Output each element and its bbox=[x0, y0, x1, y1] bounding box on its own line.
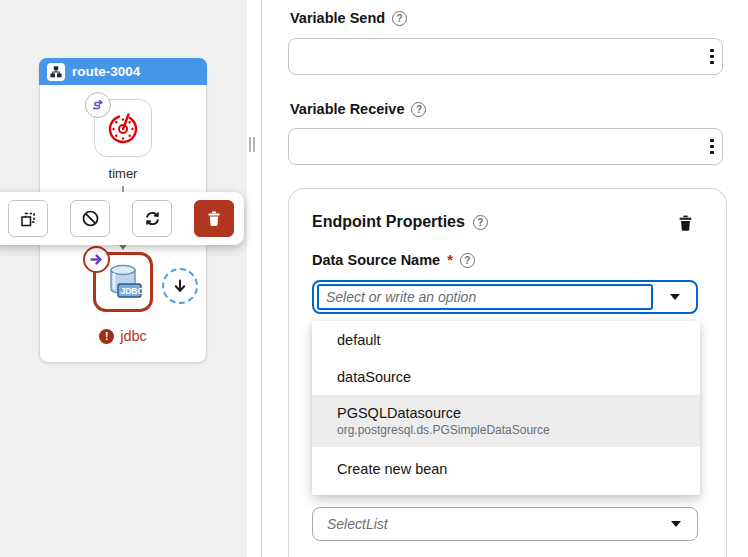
panel-resize-handle[interactable] bbox=[249, 137, 255, 152]
variable-send-input[interactable] bbox=[288, 38, 723, 75]
ban-icon bbox=[81, 209, 100, 228]
select-list-toggle-button[interactable] bbox=[661, 509, 691, 539]
jdbc-icon: JDBC bbox=[102, 261, 144, 303]
timer-label: timer bbox=[94, 166, 152, 181]
chevron-down-icon bbox=[671, 521, 681, 527]
select-list-combobox bbox=[312, 507, 698, 541]
route-header[interactable]: route-3004 bbox=[39, 58, 207, 85]
option-default[interactable]: default bbox=[312, 321, 700, 358]
required-asterisk: * bbox=[447, 252, 453, 268]
chevron-down-icon bbox=[670, 294, 680, 300]
arrow-badge-icon bbox=[83, 246, 110, 273]
copy-button[interactable] bbox=[8, 200, 48, 237]
help-icon[interactable]: ? bbox=[473, 215, 488, 230]
node-toolbar bbox=[0, 192, 244, 245]
add-step-button[interactable] bbox=[162, 268, 198, 304]
trash-icon bbox=[677, 214, 694, 232]
data-source-input[interactable] bbox=[319, 286, 651, 308]
refresh-icon bbox=[143, 209, 162, 228]
flow-canvas: route-3004 bbox=[0, 0, 247, 557]
help-icon[interactable]: ? bbox=[460, 253, 475, 268]
app: route-3004 bbox=[0, 0, 748, 557]
select-list-input[interactable] bbox=[313, 508, 697, 540]
data-source-dropdown-menu: default dataSource PGSQLDatasource org.p… bbox=[312, 321, 700, 495]
endpoint-properties-title: Endpoint Properties ? bbox=[312, 213, 488, 231]
trash-icon bbox=[206, 210, 222, 227]
option-datasource[interactable]: dataSource bbox=[312, 358, 700, 395]
option-create-new-bean[interactable]: Create new bean bbox=[312, 447, 700, 491]
variable-receive-label: Variable Receive ? bbox=[290, 101, 426, 117]
help-icon[interactable]: ? bbox=[392, 11, 407, 26]
disable-button[interactable] bbox=[70, 200, 110, 237]
variable-send-kebab-button[interactable] bbox=[703, 38, 721, 75]
svg-text:JDBC: JDBC bbox=[121, 286, 144, 296]
route-title: route-3004 bbox=[72, 64, 140, 79]
help-icon[interactable]: ? bbox=[411, 102, 426, 117]
refresh-button[interactable] bbox=[132, 200, 172, 237]
combobox-text-wrapper bbox=[317, 284, 653, 310]
jdbc-label-text: jdbc bbox=[120, 328, 147, 344]
option-pgsql-datasource[interactable]: PGSQLDatasource org.postgresql.ds.PGSimp… bbox=[312, 395, 700, 447]
variable-send-label: Variable Send ? bbox=[290, 10, 407, 26]
data-source-combobox bbox=[312, 280, 698, 314]
route-icon bbox=[47, 63, 65, 81]
flow-badge-icon bbox=[85, 92, 111, 118]
arrow-down-icon bbox=[171, 277, 189, 295]
combobox-toggle-button[interactable] bbox=[660, 282, 690, 312]
option-description: org.postgresql.ds.PGSimpleDataSource bbox=[337, 423, 684, 437]
variable-receive-input[interactable] bbox=[288, 128, 723, 165]
endpoint-delete-button[interactable] bbox=[674, 212, 696, 234]
variable-receive-kebab-button[interactable] bbox=[703, 128, 721, 165]
error-icon: ! bbox=[99, 329, 114, 344]
data-source-name-label: Data Source Name * ? bbox=[312, 252, 475, 268]
copy-icon bbox=[19, 210, 37, 228]
jdbc-label: ! jdbc bbox=[39, 328, 207, 344]
delete-button[interactable] bbox=[194, 200, 234, 237]
